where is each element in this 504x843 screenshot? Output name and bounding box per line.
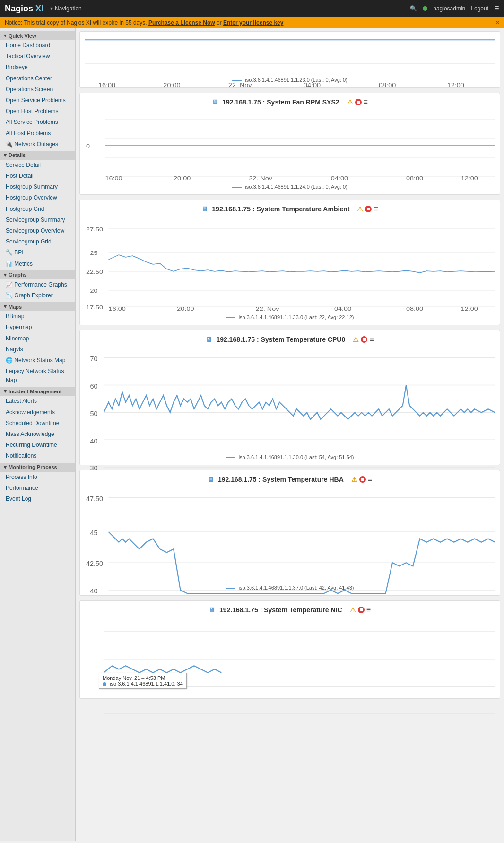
sidebar-item-recurring-downtime[interactable]: Recurring Downtime <box>0 440 75 451</box>
warning-icon[interactable]: ⚠ <box>347 98 353 106</box>
sidebar-item-minemap[interactable]: Minemap <box>0 333 75 344</box>
quick-view-title: Quick View <box>9 33 36 39</box>
chart-tooltip-nic: Monday Nov, 21 – 4:53 PM iso.3.6.1.4.1.4… <box>99 673 187 689</box>
details-title: Details <box>9 152 26 158</box>
notice-close-button[interactable]: × <box>496 19 499 26</box>
sidebar-item-all-host-problems[interactable]: All Host Problems <box>0 128 75 139</box>
sidebar-item-servicegroup-summary[interactable]: Servicegroup Summary <box>0 215 75 226</box>
quick-view-section[interactable]: ▾ Quick View <box>0 31 75 40</box>
svg-text:04:00: 04:00 <box>331 176 348 181</box>
incident-section[interactable]: ▾ Incident Management <box>0 387 75 396</box>
incident-chevron: ▾ <box>4 388 7 394</box>
chart-menu-icon-cpu0[interactable]: ≡ <box>369 335 374 344</box>
top-navigation: Nagios XI ▾ Navigation 🔍 nagiosadmin Log… <box>0 0 504 17</box>
stop-icon[interactable]: ⏹ <box>355 99 362 105</box>
monitoring-title: Monitoring Process <box>9 464 57 470</box>
sidebar-item-home-dashboard[interactable]: Home Dashboard <box>0 40 75 51</box>
sidebar-item-process-info[interactable]: Process Info <box>0 472 75 483</box>
sidebar-item-all-service-problems[interactable]: All Service Problems <box>0 117 75 128</box>
sidebar-item-servicegroup-overview[interactable]: Servicegroup Overview <box>0 226 75 236</box>
tooltip-value: iso.3.6.1.4.1.46891.1.1.41.0: 34 <box>103 681 183 687</box>
chart-menu-icon-hba[interactable]: ≡ <box>368 475 372 484</box>
stop-icon-ambient[interactable]: ⏹ <box>365 206 372 212</box>
sidebar-item-mass-acknowledge[interactable]: Mass Acknowledge <box>0 429 75 440</box>
sidebar-item-network-outages[interactable]: 🔌 Network Outages <box>0 139 75 150</box>
svg-text:20:00: 20:00 <box>174 176 191 181</box>
chart-svg-fan-rpm-sys2: 0 16:00 20:00 22. Nov 04:00 08:00 <box>85 110 495 181</box>
sidebar-item-network-status-map[interactable]: 🌐 Network Status Map <box>0 355 75 366</box>
chart-header-temp-ambient: 🖥 192.168.1.75 : System Temperature Ambi… <box>85 205 495 213</box>
sidebar-item-open-service-problems[interactable]: Open Service Problems <box>0 95 75 106</box>
sidebar-item-birdseye[interactable]: Birdseye <box>0 62 75 73</box>
chart-menu-icon-ambient[interactable]: ≡ <box>374 205 378 213</box>
sidebar-item-hostgroup-grid[interactable]: Hostgroup Grid <box>0 204 75 215</box>
stop-icon-nic[interactable]: ⏹ <box>358 607 365 613</box>
chart-menu-icon-nic[interactable]: ≡ <box>366 606 371 614</box>
chart-area-fan-rpm-sys2: 0 16:00 20:00 22. Nov 04:00 08:00 <box>85 110 495 181</box>
svg-text:16:00: 16:00 <box>109 306 126 312</box>
sidebar-item-operations-center[interactable]: Operations Center <box>0 73 75 84</box>
main-layout: ▾ Quick View Home Dashboard Tactical Ove… <box>0 28 504 841</box>
sidebar-item-servicegroup-grid[interactable]: Servicegroup Grid <box>0 236 75 247</box>
sidebar-item-performance-graphs[interactable]: 📈 Performance Graphs <box>0 279 75 290</box>
license-link[interactable]: Enter your license key <box>223 19 283 26</box>
sidebar-item-tactical-overview[interactable]: Tactical Overview <box>0 51 75 62</box>
user-label[interactable]: nagiosadmin <box>433 5 465 12</box>
sidebar-item-event-log[interactable]: Event Log <box>0 494 75 504</box>
details-section[interactable]: ▾ Details <box>0 151 75 160</box>
stop-icon-hba[interactable]: ⏹ <box>359 476 366 483</box>
chart-header-temp-cpu0: 🖥 192.168.1.75 : System Temperature CPU0… <box>85 335 495 344</box>
maps-section[interactable]: ▾ Maps <box>0 302 75 311</box>
warning-icon-ambient[interactable]: ⚠ <box>357 205 363 213</box>
sidebar-item-bbmap[interactable]: BBmap <box>0 311 75 322</box>
warning-icon-hba[interactable]: ⚠ <box>351 476 357 483</box>
sidebar-item-scheduled-downtime[interactable]: Scheduled Downtime <box>0 418 75 429</box>
details-chevron: ▾ <box>4 152 7 158</box>
host-icon-nic: 🖥 <box>209 606 216 614</box>
chart-legend-temp-ambient: iso.3.6.1.4.1.46891.1.1.33.0 (Last: 22, … <box>85 314 495 320</box>
warning-icon-cpu0[interactable]: ⚠ <box>353 336 359 343</box>
sidebar-item-hypermap[interactable]: Hypermap <box>0 322 75 333</box>
chart-title-temp-nic: 192.168.1.75 : System Temperature NIC <box>219 606 342 614</box>
graphs-section[interactable]: ▾ Graphs <box>0 270 75 279</box>
chart-menu-icon[interactable]: ≡ <box>364 98 368 106</box>
navigation-link[interactable]: Navigation <box>55 5 82 12</box>
monitoring-section[interactable]: ▾ Monitoring Process <box>0 463 75 472</box>
warning-icon-nic[interactable]: ⚠ <box>350 606 356 614</box>
svg-text:0: 0 <box>86 144 90 149</box>
stop-icon-cpu0[interactable]: ⏹ <box>361 336 367 343</box>
sidebar-item-acknowledgements[interactable]: Acknowledgements <box>0 407 75 418</box>
sidebar-item-operations-screen[interactable]: Operations Screen <box>0 84 75 95</box>
svg-text:22. Nov: 22. Nov <box>249 176 273 181</box>
sidebar-item-open-host-problems[interactable]: Open Host Problems <box>0 106 75 117</box>
chart-area-temp-ambient: 27.50 25 22.50 20 17.50 <box>85 217 495 312</box>
sidebar-item-bpi[interactable]: 🔧 BPI <box>0 247 75 258</box>
svg-text:70: 70 <box>90 355 98 363</box>
purchase-link[interactable]: Purchase a License Now <box>148 19 215 26</box>
sidebar-item-hostgroup-overview[interactable]: Hostgroup Overview <box>0 192 75 203</box>
svg-text:25: 25 <box>90 251 98 256</box>
search-icon[interactable]: 🔍 <box>410 5 417 12</box>
chart-container-temp-ambient: 🖥 192.168.1.75 : System Temperature Ambi… <box>79 200 500 325</box>
svg-text:22.50: 22.50 <box>86 269 103 275</box>
sidebar-item-notifications[interactable]: Notifications <box>0 451 75 461</box>
chart-action-icons-hba: ⚠ ⏹ ≡ <box>351 475 372 484</box>
hamburger-icon[interactable]: ☰ <box>494 5 499 12</box>
sidebar-item-hostgroup-summary[interactable]: Hostgroup Summary <box>0 182 75 192</box>
logout-button[interactable]: Logout <box>471 5 488 12</box>
sidebar-item-nagvis[interactable]: Nagvis <box>0 344 75 355</box>
svg-text:22. Nov: 22. Nov <box>228 81 252 89</box>
sidebar-item-legacy-network-status-map[interactable]: Legacy Network Status Map <box>0 366 75 386</box>
nav-right: 🔍 nagiosadmin Logout ☰ <box>410 5 499 12</box>
tooltip-dot <box>103 682 106 686</box>
chart-card-fan-rpm-sys2: 🖥 192.168.1.75 : System Fan RPM SYS2 ⚠ ⏹… <box>79 93 500 195</box>
host-icon-cpu0: 🖥 <box>206 336 212 343</box>
sidebar-item-service-detail[interactable]: Service Detail <box>0 160 75 171</box>
chart-card-temp-nic: 🖥 192.168.1.75 : System Temperature NIC … <box>79 600 500 699</box>
sidebar-item-graph-explorer[interactable]: 📉 Graph Explorer <box>0 290 75 301</box>
sidebar-item-host-detail[interactable]: Host Detail <box>0 171 75 182</box>
sidebar-item-latest-alerts[interactable]: Latest Alerts <box>0 396 75 407</box>
sidebar-item-metrics[interactable]: 📊 Metrics <box>0 259 75 269</box>
chart-container-fan-rpm-top: 16:00 20:00 22. Nov 04:00 08:00 12:00 is… <box>79 31 500 88</box>
sidebar-item-performance[interactable]: Performance <box>0 483 75 494</box>
